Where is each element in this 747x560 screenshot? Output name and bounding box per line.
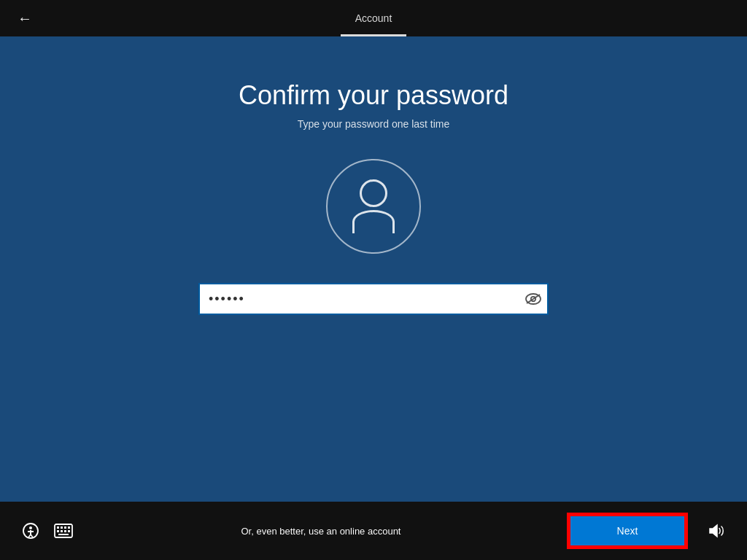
user-icon bbox=[352, 179, 395, 233]
svg-rect-15 bbox=[61, 530, 63, 532]
eye-icon bbox=[525, 293, 541, 305]
svg-point-4 bbox=[29, 526, 32, 529]
svg-rect-16 bbox=[64, 530, 66, 532]
reveal-password-button[interactable] bbox=[525, 293, 541, 305]
bottom-left-icons bbox=[22, 522, 73, 540]
accessibility-button[interactable] bbox=[22, 522, 39, 540]
svg-rect-17 bbox=[68, 530, 70, 532]
main-content: Confirm your password Type your password… bbox=[0, 36, 747, 502]
bottom-bar: Or, even better, use an online account N… bbox=[0, 502, 747, 560]
online-account-button[interactable]: Or, even better, use an online account bbox=[241, 526, 401, 537]
user-icon-body bbox=[352, 210, 395, 233]
svg-rect-18 bbox=[58, 534, 69, 535]
page-title: Confirm your password bbox=[239, 80, 508, 111]
avatar bbox=[326, 159, 421, 254]
next-button[interactable]: Next bbox=[569, 515, 686, 547]
svg-marker-19 bbox=[710, 525, 717, 537]
tab-container: Account bbox=[341, 0, 407, 36]
back-arrow-icon: ← bbox=[18, 10, 32, 27]
online-account-label: Or, even better, use an online account bbox=[241, 526, 401, 537]
account-tab[interactable]: Account bbox=[341, 0, 407, 36]
next-button-label: Next bbox=[617, 525, 638, 537]
top-bar: ← Account bbox=[0, 0, 747, 36]
password-field-wrapper bbox=[198, 283, 549, 315]
svg-rect-13 bbox=[68, 526, 70, 529]
svg-line-8 bbox=[31, 534, 33, 537]
page-subtitle: Type your password one last time bbox=[298, 118, 450, 130]
volume-button[interactable] bbox=[708, 522, 725, 540]
user-icon-head bbox=[360, 179, 387, 207]
keyboard-button[interactable] bbox=[54, 524, 73, 538]
accessibility-icon bbox=[22, 522, 39, 540]
back-button[interactable]: ← bbox=[12, 5, 38, 31]
account-tab-label: Account bbox=[355, 12, 392, 24]
password-input[interactable] bbox=[198, 283, 549, 315]
keyboard-icon bbox=[54, 524, 73, 538]
svg-line-2 bbox=[527, 295, 540, 303]
svg-rect-12 bbox=[64, 526, 66, 529]
svg-rect-10 bbox=[57, 526, 59, 529]
volume-icon bbox=[708, 522, 725, 540]
svg-rect-14 bbox=[57, 530, 59, 532]
svg-rect-11 bbox=[61, 526, 63, 529]
